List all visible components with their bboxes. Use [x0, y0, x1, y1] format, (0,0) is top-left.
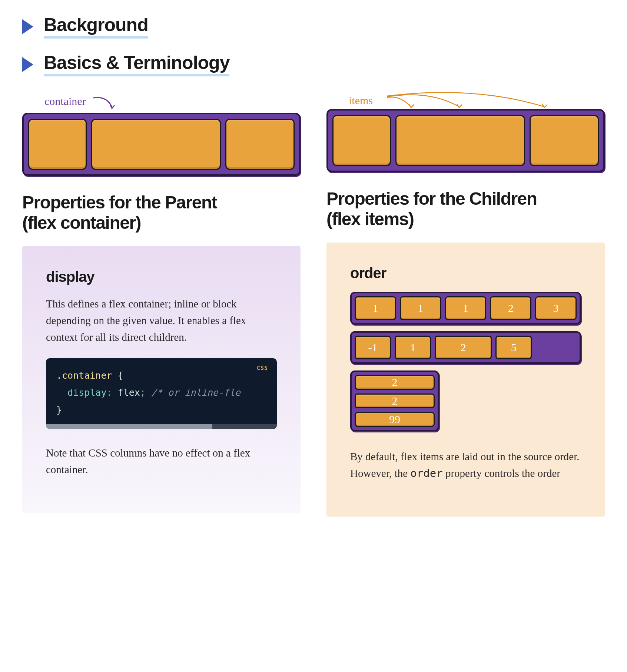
order-box: 2	[490, 296, 531, 320]
order-box: 1	[395, 336, 431, 359]
prop-desc-order: By default, flex items are laid out in t…	[350, 448, 581, 482]
order-diagram: 1 1 1 2 3 -1 1 2 5 2 2 99	[350, 292, 581, 431]
order-box: 2	[355, 375, 435, 390]
collapsible-background[interactable]: Background	[22, 15, 605, 39]
order-spacer	[535, 336, 577, 359]
order-box: 5	[495, 336, 532, 359]
diagram-box	[91, 119, 221, 170]
order-row: 1 1 1 2 3	[350, 292, 581, 325]
order-box: -1	[355, 336, 391, 359]
code-scrollbar[interactable]	[46, 424, 277, 429]
prop-note-display: Note that CSS columns have no effect on …	[46, 445, 277, 478]
collapsible-basics[interactable]: Basics & Terminology	[22, 53, 605, 76]
arrow-curve-icon	[92, 94, 121, 111]
order-box: 1	[400, 296, 441, 320]
order-box: 3	[535, 296, 577, 320]
diagram-box	[530, 115, 599, 166]
section-title-children: Properties for the Children (flex items)	[326, 188, 605, 229]
order-box: 2	[355, 393, 435, 408]
text: property controls the order	[443, 467, 560, 479]
inline-code: order	[410, 467, 442, 480]
order-box: 1	[445, 296, 487, 320]
panel-order: order 1 1 1 2 3 -1 1 2 5 2	[326, 243, 605, 517]
diagram-box	[225, 119, 295, 170]
panel-display: display This defines a flex container; i…	[22, 246, 301, 513]
prop-title-order: order	[350, 265, 581, 281]
heading-basics: Basics & Terminology	[44, 53, 229, 76]
heading-background: Background	[44, 15, 148, 39]
diagram-label-text: items	[349, 94, 373, 106]
order-box: 99	[355, 412, 435, 427]
code-lang-label: CSS	[257, 365, 268, 372]
diagram-label-text: container	[44, 95, 86, 107]
chevron-right-icon	[22, 19, 33, 34]
column-children: items Properties for the Children (flex …	[326, 94, 605, 517]
order-row-vertical: 2 2 99	[350, 370, 439, 431]
diagram-box	[332, 115, 391, 166]
column-parent: container Properties for the Parent (fle…	[22, 94, 301, 517]
order-box: 1	[355, 296, 396, 320]
code-line: .container {	[56, 367, 266, 384]
container-diagram	[22, 113, 301, 176]
prop-title-display: display	[46, 269, 277, 285]
section-title-parent: Properties for the Parent (flex containe…	[22, 192, 301, 233]
diagram-box	[28, 119, 87, 170]
diagram-box	[395, 115, 525, 166]
arrows-items-icon	[385, 92, 563, 110]
prop-desc-display: This defines a flex container; inline or…	[46, 296, 277, 346]
order-box: 2	[435, 336, 492, 359]
items-diagram	[326, 109, 605, 172]
order-row: -1 1 2 5	[350, 331, 581, 364]
code-line: display: flex; /* or inline-fle	[56, 384, 266, 401]
diagram-label-container: container	[44, 94, 301, 111]
code-line: }	[56, 402, 266, 419]
scrollbar-thumb[interactable]	[46, 424, 212, 429]
chevron-right-icon	[22, 57, 33, 72]
code-block: CSS .container { display: flex; /* or in…	[46, 358, 277, 429]
diagram-label-items: items	[349, 94, 605, 107]
